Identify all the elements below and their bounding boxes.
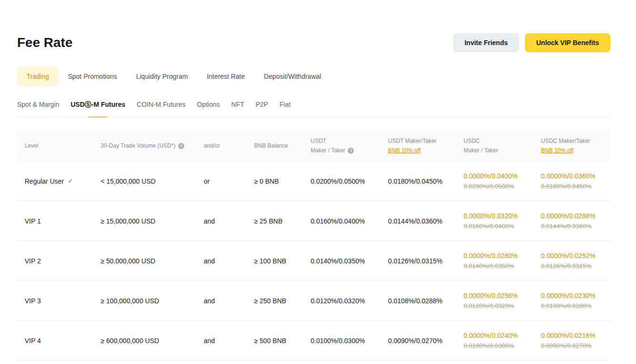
usdc-bnb-off-old-rate: 0.0090%/0.0270% — [541, 341, 603, 351]
col-header-and-or: and/or — [204, 141, 254, 150]
tab-liquidity-program[interactable]: Liquidity Program — [126, 66, 197, 86]
and-or-cell: and — [204, 256, 254, 266]
table-row: VIP 1 ✓ ≥ 15,000,000 USD and ≥ 25 BNB 0.… — [17, 201, 610, 241]
level-label: VIP 2 — [25, 256, 41, 266]
table-row: VIP 3 ✓ ≥ 100,000,000 USD and ≥ 250 BNB … — [17, 281, 610, 321]
usdc-old-rate: 0.0140%/0.0350% — [464, 261, 541, 271]
fee-table: Level 30-Day Trade Volume (USD*) i and/o… — [17, 130, 610, 361]
usdc-maker-taker-cell: 0.0000%/0.0280% 0.0140%/0.0350% — [464, 251, 541, 271]
tab-interest-rate[interactable]: Interest Rate — [197, 66, 254, 86]
level-cell: VIP 3 ✓ — [25, 296, 101, 306]
usdc-maker-taker-cell: 0.0000%/0.0320% 0.0160%/0.0400% — [464, 211, 541, 231]
maker-taker-label: Maker / Taker — [311, 146, 345, 155]
usdc-bnb-off-old-rate: 0.0126%/0.0315% — [541, 261, 603, 271]
trade-volume-cell: ≥ 100,000,000 USD — [101, 296, 204, 306]
usdt-maker-taker-cell: 0.0160%/0.0400% — [311, 216, 388, 226]
invite-friends-button[interactable]: Invite Friends — [453, 33, 519, 52]
table-body: Regular User ✓ < 15,000,000 USD or ≥ 0 B… — [17, 161, 610, 361]
col-header-bnb-balance: BNB Balance — [254, 141, 311, 150]
info-icon[interactable]: i — [348, 148, 354, 154]
unlock-vip-benefits-button[interactable]: Unlock VIP Benefits — [525, 33, 610, 52]
usdc-old-rate: 0.0160%/0.0400% — [464, 222, 541, 231]
tab-options[interactable]: Options — [197, 99, 220, 117]
col-header-usdt-bnb-off: USDT Maker/Taker BNB 10% off — [388, 137, 464, 155]
usdc-bnb-off-promo-rate: 0.0000%/0.0360% — [541, 171, 603, 181]
usdc-old-rate: 0.0100%/0.0300% — [464, 341, 541, 351]
col-header-usdt: USDT Maker / Taker i — [311, 137, 388, 155]
level-label: VIP 4 — [25, 336, 41, 345]
usdc-old-rate: 0.0200%/0.0500% — [464, 182, 541, 191]
and-or-cell: and — [204, 216, 254, 226]
and-or-cell: or — [204, 177, 254, 186]
usdc-bnb-off-promo-rate: 0.0000%/0.0252% — [541, 251, 603, 261]
col-header-usdc: USDC Maker / Taker — [464, 137, 541, 155]
tab-fiat[interactable]: Fiat — [279, 99, 290, 117]
maker-taker-label: Maker / Taker — [464, 146, 498, 155]
level-cell: VIP 1 ✓ — [25, 216, 101, 226]
usdc-bnb-off-promo-rate: 0.0000%/0.0230% — [541, 291, 603, 300]
usdt-maker-taker-cell: 0.0200%/0.0500% — [311, 177, 388, 186]
secondary-tabs: Spot & Margin USDⓈ-M Futures COIN-M Futu… — [17, 99, 610, 118]
usdc-maker-taker-label: USDC Maker/Taker — [541, 137, 590, 145]
trade-volume-cell: < 15,000,000 USD — [101, 177, 204, 186]
table-header-row: Level 30-Day Trade Volume (USD*) i and/o… — [17, 130, 610, 161]
tab-nft[interactable]: NFT — [231, 99, 244, 117]
usdc-old-rate: 0.0120%/0.0320% — [464, 301, 541, 311]
usdc-bnb-off-link[interactable]: BNB 10% off — [541, 146, 573, 155]
tab-usds-m-futures[interactable]: USDⓈ-M Futures — [71, 99, 125, 117]
bnb-balance-cell: ≥ 500 BNB — [254, 336, 311, 345]
info-icon[interactable]: i — [178, 143, 184, 149]
page-title: Fee Rate — [17, 35, 73, 50]
usdt-maker-taker-cell: 0.0140%/0.0350% — [311, 256, 388, 266]
usdc-bnb-off-cell: 0.0000%/0.0252% 0.0126%/0.0315% — [541, 251, 603, 271]
usdc-bnb-off-cell: 0.0000%/0.0216% 0.0090%/0.0270% — [541, 331, 603, 351]
usdc-bnb-off-old-rate: 0.0108%/0.0288% — [541, 301, 603, 311]
primary-tabs: Trading Spot Promotions Liquidity Progra… — [17, 66, 610, 86]
usdc-promo-rate: 0.0000%/0.0400% — [464, 171, 541, 181]
tab-p2p[interactable]: P2P — [256, 99, 268, 117]
usdt-maker-taker-cell: 0.0100%/0.0300% — [311, 336, 388, 345]
usdt-bnb-off-link[interactable]: BNB 10% off — [388, 146, 420, 155]
table-row: VIP 4 ✓ ≥ 600,000,000 USD and ≥ 500 BNB … — [17, 321, 610, 361]
usdc-bnb-off-promo-rate: 0.0000%/0.0216% — [541, 331, 603, 340]
tab-coin-m-futures[interactable]: COIN-M Futures — [137, 99, 186, 117]
table-row: VIP 2 ✓ ≥ 50,000,000 USD and ≥ 100 BNB 0… — [17, 241, 610, 281]
trade-volume-cell: ≥ 600,000,000 USD — [101, 336, 204, 345]
usdc-bnb-off-cell: 0.0000%/0.0360% 0.0180%/0.0450% — [541, 171, 603, 191]
usdt-bnb-off-cell: 0.0126%/0.0315% — [388, 256, 464, 266]
level-label: VIP 1 — [25, 216, 41, 226]
usdt-bnb-off-cell: 0.0144%/0.0360% — [388, 216, 464, 226]
usdc-bnb-off-old-rate: 0.0144%/0.0360% — [541, 222, 603, 231]
usdc-promo-rate: 0.0000%/0.0280% — [464, 251, 541, 261]
usdt-bnb-off-cell: 0.0090%/0.0270% — [388, 336, 464, 345]
usdt-label: USDT — [311, 137, 326, 145]
col-header-usdc-bnb-off: USDC Maker/Taker BNB 10% off — [541, 137, 603, 155]
tab-deposit-withdrawal[interactable]: Deposit/Withdrawal — [255, 66, 331, 86]
usdt-bnb-off-cell: 0.0108%/0.0288% — [388, 296, 464, 306]
volume-header-label: 30-Day Trade Volume (USD*) — [101, 141, 175, 150]
and-or-cell: and — [204, 336, 254, 345]
usdt-maker-taker-label: USDT Maker/Taker — [388, 137, 437, 145]
usdc-maker-taker-cell: 0.0000%/0.0240% 0.0100%/0.0300% — [464, 331, 541, 351]
usdc-maker-taker-cell: 0.0000%/0.0256% 0.0120%/0.0320% — [464, 291, 541, 311]
table-row: Regular User ✓ < 15,000,000 USD or ≥ 0 B… — [17, 161, 610, 201]
usdc-bnb-off-old-rate: 0.0180%/0.0450% — [541, 182, 603, 191]
tab-trading[interactable]: Trading — [17, 66, 58, 86]
bnb-balance-cell: ≥ 100 BNB — [254, 256, 311, 266]
usdc-promo-rate: 0.0000%/0.0320% — [464, 211, 541, 221]
level-label: Regular User — [25, 177, 64, 186]
col-header-volume: 30-Day Trade Volume (USD*) i — [101, 141, 204, 150]
level-cell: VIP 2 ✓ — [25, 256, 101, 266]
usdc-promo-rate: 0.0000%/0.0256% — [464, 291, 541, 300]
tab-spot-promotions[interactable]: Spot Promotions — [58, 66, 127, 86]
check-icon: ✓ — [67, 177, 73, 186]
usdc-bnb-off-promo-rate: 0.0000%/0.0288% — [541, 211, 603, 221]
and-or-cell: and — [204, 296, 254, 306]
usdc-promo-rate: 0.0000%/0.0240% — [464, 331, 541, 340]
trade-volume-cell: ≥ 15,000,000 USD — [101, 216, 204, 226]
bnb-balance-cell: ≥ 0 BNB — [254, 177, 311, 186]
level-cell: Regular User ✓ — [25, 177, 101, 186]
tab-spot-margin[interactable]: Spot & Margin — [17, 99, 59, 117]
level-cell: VIP 4 ✓ — [25, 336, 101, 345]
trade-volume-cell: ≥ 50,000,000 USD — [101, 256, 204, 266]
